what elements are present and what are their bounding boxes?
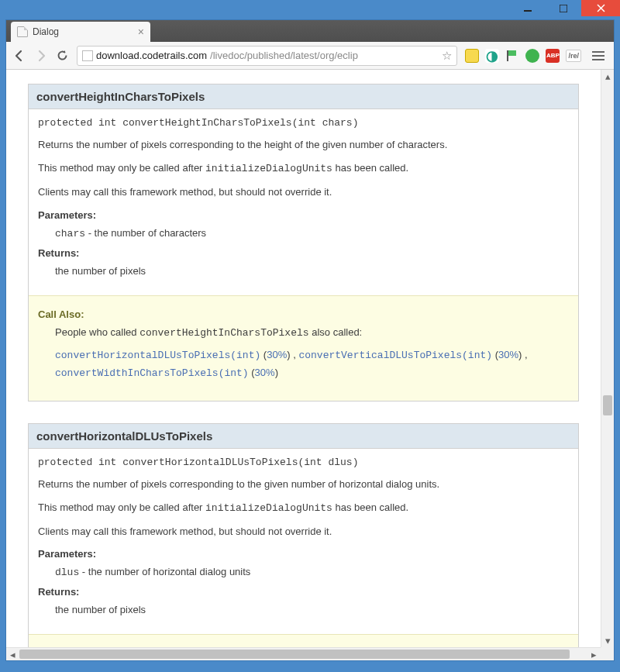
call-also-intro: People who called convertHeightInCharsTo… — [38, 326, 569, 339]
minimize-button[interactable] — [510, 0, 546, 16]
svg-rect-1 — [560, 5, 567, 12]
method-heading: convertHorizontalDLUsToPixels — [29, 424, 578, 449]
back-button[interactable] — [12, 49, 26, 63]
extension-icon-4[interactable] — [525, 49, 539, 63]
method-heading: convertHeightInCharsToPixels — [29, 84, 578, 109]
browser-tab[interactable]: Dialog × — [11, 22, 150, 42]
method-block: convertHorizontalDLUsToPixels protected … — [28, 423, 579, 647]
tab-close-icon[interactable]: × — [138, 26, 144, 37]
returns-label: Returns: — [38, 586, 569, 598]
forward-button[interactable] — [34, 49, 48, 63]
call-also-label: Call Also: — [38, 308, 569, 320]
method-description: Returns the number of pixels correspondi… — [38, 138, 569, 152]
method-description: Returns the number of pixels correspondi… — [38, 477, 569, 491]
method-description: Clients may call this framework method, … — [38, 185, 569, 199]
parameters-label: Parameters: — [38, 209, 569, 221]
window-frame: Dialog × download.codetrails.com/livedoc… — [0, 0, 620, 672]
scroll-right-icon[interactable]: ▸ — [587, 648, 601, 660]
call-also-section: Call Also: People who called convertHeig… — [29, 295, 578, 401]
related-method-link[interactable]: convertVerticalDLUsToPixels(int) — [298, 350, 492, 361]
method-block: convertHeightInCharsToPixels protected i… — [28, 84, 579, 401]
related-pct: 30% — [498, 349, 518, 360]
returns-label: Returns: — [38, 247, 569, 259]
page-icon — [17, 26, 28, 37]
extension-icons: ◑ ABP /re/ — [465, 49, 581, 63]
method-description: This method may only be called after ini… — [38, 501, 569, 515]
method-signature: protected int convertHorizontalDLUsToPix… — [38, 457, 569, 468]
scroll-up-icon[interactable]: ▴ — [601, 70, 614, 83]
method-description: Clients may call this framework method, … — [38, 525, 569, 539]
related-method-link[interactable]: convertHorizontalDLUsToPixels(int) — [55, 350, 260, 361]
related-method-link[interactable]: convertWidthInCharsToPixels(int) — [55, 367, 249, 379]
scroll-thumb[interactable] — [603, 395, 612, 415]
url-path: /livedoc/published/latest/org/eclip — [210, 50, 358, 61]
maximize-button[interactable] — [546, 0, 581, 16]
vertical-scrollbar[interactable]: ▴ ▾ — [601, 70, 614, 647]
tab-title: Dialog — [33, 26, 59, 37]
page-small-icon — [82, 50, 93, 61]
parameter-item: chars - the number of characters — [38, 227, 569, 240]
scroll-down-icon[interactable]: ▾ — [601, 634, 614, 647]
scroll-corner — [601, 647, 614, 660]
chrome-menu-button[interactable] — [589, 48, 608, 64]
browser-window: Dialog × download.codetrails.com/livedoc… — [5, 19, 615, 661]
returns-value: the number of pixels — [38, 265, 569, 277]
returns-value: the number of pixels — [38, 604, 569, 615]
page-content: convertHeightInCharsToPixels protected i… — [6, 70, 601, 647]
tab-strip: Dialog × — [6, 20, 614, 42]
horizontal-scrollbar[interactable]: ◂ ▸ — [6, 647, 601, 660]
method-signature: protected int convertHeightInCharsToPixe… — [38, 117, 569, 129]
call-also-links: convertHorizontalDLUsToPixels(int) (30%)… — [38, 346, 569, 382]
scroll-thumb[interactable] — [19, 650, 570, 659]
content-area: convertHeightInCharsToPixels protected i… — [6, 70, 614, 660]
reload-button[interactable] — [56, 49, 69, 62]
method-description: This method may only be called after ini… — [38, 161, 569, 176]
url-host: download.codetrails.com — [96, 50, 207, 61]
close-button[interactable] — [581, 0, 620, 16]
related-pct: 30% — [267, 349, 287, 360]
titlebar[interactable] — [5, 0, 620, 19]
related-pct: 30% — [255, 367, 275, 378]
call-also-section: Call Also: People who called convertHori… — [29, 634, 578, 647]
extension-icon-1[interactable] — [465, 49, 479, 63]
address-bar[interactable]: download.codetrails.com/livedoc/publishe… — [77, 46, 457, 66]
browser-toolbar: download.codetrails.com/livedoc/publishe… — [6, 42, 614, 70]
svg-rect-0 — [524, 10, 532, 12]
extension-icon-2[interactable]: ◑ — [485, 49, 499, 63]
extension-re[interactable]: /re/ — [566, 50, 581, 62]
parameters-label: Parameters: — [38, 548, 569, 560]
extension-icon-3[interactable] — [505, 49, 519, 63]
adblock-icon[interactable]: ABP — [546, 49, 560, 63]
bookmark-star-icon[interactable]: ☆ — [442, 49, 452, 63]
parameter-item: dlus - the number of horizontal dialog u… — [38, 566, 569, 578]
scroll-left-icon[interactable]: ◂ — [6, 648, 19, 660]
